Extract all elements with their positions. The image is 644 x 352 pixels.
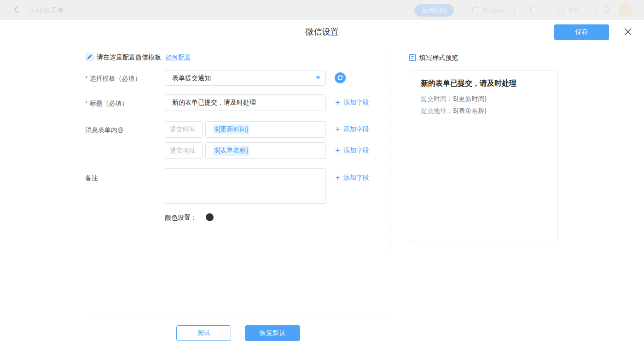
topbar-divider bbox=[514, 6, 515, 14]
preview-line-value: ${表单名称} bbox=[453, 107, 487, 114]
content-value-box-2[interactable]: ${表单名称} bbox=[205, 142, 326, 159]
vertical-divider bbox=[390, 51, 390, 257]
config-hint-label: 请在这里配置微信模板 bbox=[97, 53, 161, 62]
preview-line-value: ${更新时间} bbox=[453, 95, 487, 102]
content-key-input-1[interactable] bbox=[165, 121, 203, 138]
topbar-divider bbox=[549, 6, 549, 14]
bottom-divider bbox=[85, 315, 390, 315]
content-label: 消息表单内容 bbox=[85, 126, 124, 135]
chevron-down-icon bbox=[316, 76, 320, 79]
form-name-label: 未命名表单 bbox=[29, 6, 64, 15]
script-label: 后台脚本 bbox=[482, 6, 506, 15]
script-icon bbox=[472, 7, 479, 14]
wechat-settings-screen: 未命名表单 应用访问 后台脚本 ? 帮助 微信设置 保存 请在这里配置微信 bbox=[0, 0, 644, 352]
add-field-label: 添加字段 bbox=[343, 99, 369, 107]
preview-card-title: 新的表单已提交，请及时处理 bbox=[421, 79, 516, 88]
preview-card: 新的表单已提交，请及时处理 提交时间：${更新时间} 提交地址：${表单名称} bbox=[409, 70, 558, 242]
field-tag[interactable]: ${更新时间} bbox=[213, 124, 249, 135]
help-label: 帮助 bbox=[568, 6, 580, 15]
notification-item bbox=[603, 6, 611, 14]
plus-icon: + bbox=[335, 99, 340, 107]
topbar: 未命名表单 应用访问 后台脚本 ? 帮助 bbox=[0, 0, 644, 20]
help-item: ? 帮助 bbox=[558, 6, 580, 15]
preview-line-2: 提交地址：${表单名称} bbox=[421, 107, 487, 115]
backend-script-item: 后台脚本 bbox=[472, 6, 506, 15]
template-select[interactable]: 表单提交通知 bbox=[165, 70, 326, 86]
add-field-link-row2[interactable]: + 添加字段 bbox=[335, 147, 369, 155]
add-field-link-remark[interactable]: + 添加字段 bbox=[335, 174, 369, 182]
dialog-title: 微信设置 bbox=[0, 20, 644, 43]
title-input[interactable] bbox=[165, 94, 326, 111]
test-button[interactable]: 测试 bbox=[176, 325, 231, 341]
preview-line-1: 提交时间：${更新时间} bbox=[421, 95, 487, 103]
title-label: *标题（必填） bbox=[85, 100, 128, 108]
remark-textarea[interactable] bbox=[165, 168, 326, 204]
how-to-configure-link[interactable]: 如何配置 bbox=[165, 53, 191, 62]
add-field-label: 添加字段 bbox=[343, 174, 369, 182]
required-mark: * bbox=[85, 100, 87, 107]
save-button[interactable]: 保存 bbox=[554, 24, 609, 40]
field-tag[interactable]: ${表单名称} bbox=[213, 146, 249, 156]
history-icon bbox=[530, 6, 537, 13]
add-field-label: 添加字段 bbox=[343, 125, 369, 134]
template-label: *选择模板（必填） bbox=[85, 75, 141, 83]
remark-label: 备注 bbox=[85, 174, 98, 182]
document-icon bbox=[409, 54, 416, 63]
topbar-divider bbox=[595, 6, 596, 14]
color-swatch[interactable] bbox=[206, 213, 214, 221]
plus-icon: + bbox=[335, 174, 340, 182]
color-setting-label: 颜色设置： bbox=[165, 214, 197, 222]
history-item bbox=[530, 6, 537, 13]
dialog-header: 微信设置 保存 bbox=[0, 20, 644, 43]
restore-default-button[interactable]: 恢复默认 bbox=[245, 325, 300, 341]
pencil-icon bbox=[85, 53, 94, 61]
avatar bbox=[618, 3, 632, 17]
bell-icon bbox=[603, 6, 611, 14]
content-key-input-2[interactable] bbox=[165, 142, 203, 159]
question-icon: ? bbox=[558, 7, 565, 14]
plus-icon: + bbox=[335, 147, 340, 155]
refresh-button[interactable] bbox=[335, 72, 346, 83]
plus-icon: + bbox=[335, 125, 340, 134]
preview-line-key: 提交地址： bbox=[421, 107, 453, 114]
preview-line-key: 提交时间： bbox=[421, 95, 453, 102]
back-icon bbox=[12, 5, 21, 14]
add-field-link-title[interactable]: + 添加字段 bbox=[335, 99, 369, 107]
close-icon[interactable] bbox=[622, 27, 633, 38]
template-selected-value: 表单提交通知 bbox=[165, 70, 325, 85]
app-access-button: 应用访问 bbox=[414, 4, 454, 17]
select-caret-zone[interactable] bbox=[310, 70, 325, 85]
topbar-divider bbox=[465, 6, 465, 14]
add-field-label: 添加字段 bbox=[343, 147, 369, 155]
content-value-box-1[interactable]: ${更新时间} bbox=[205, 121, 326, 138]
required-mark: * bbox=[85, 75, 87, 82]
preview-section-title: 填写样式预览 bbox=[419, 54, 458, 62]
add-field-link-row1[interactable]: + 添加字段 bbox=[335, 125, 369, 134]
